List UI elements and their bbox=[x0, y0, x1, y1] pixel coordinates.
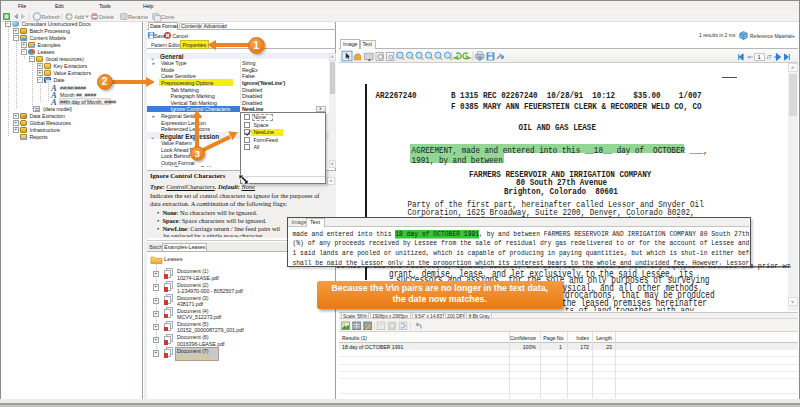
svg-text:1: 1 bbox=[758, 54, 761, 60]
svg-text:/7: /7 bbox=[767, 54, 771, 60]
